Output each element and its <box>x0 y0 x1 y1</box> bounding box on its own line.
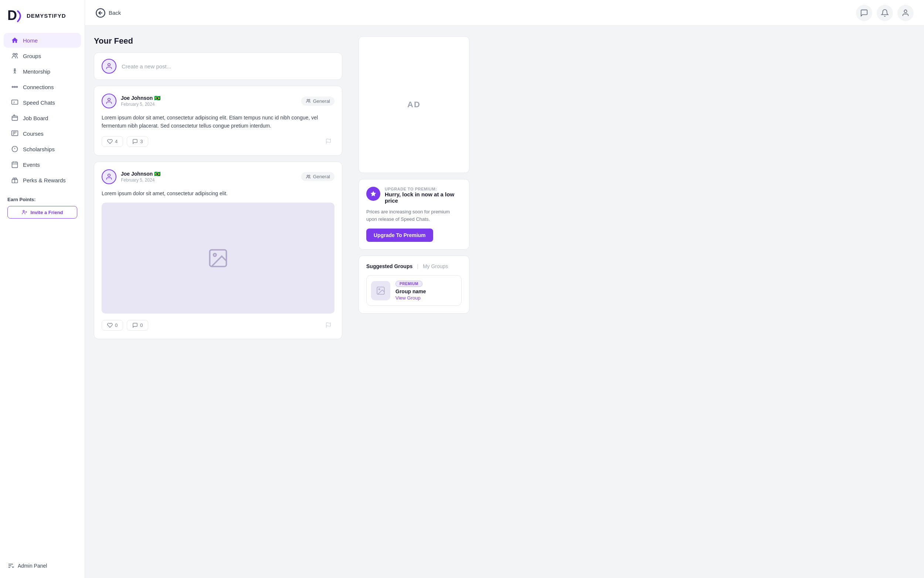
topbar: Back <box>85 0 924 26</box>
perks-icon <box>11 176 18 184</box>
nav-job-board[interactable]: Job Board <box>4 110 81 125</box>
invite-friend-button[interactable]: Invite a Friend <box>7 206 77 219</box>
svg-point-45 <box>108 174 110 176</box>
create-post-input[interactable]: Create a new post... <box>94 52 342 80</box>
avatar-icon <box>105 97 113 105</box>
app-name: DEMYSTIFYD <box>27 13 66 19</box>
heart-icon <box>107 323 113 328</box>
group-name: Group name <box>395 289 457 294</box>
group-info: PREMIUM Group name View Group <box>395 280 457 301</box>
svg-point-31 <box>23 210 24 212</box>
logo-icon: D <box>7 7 24 24</box>
notifications-button[interactable] <box>877 5 893 21</box>
premium-header: UPGRADE TO PREMIUM: Hurry, lock in now a… <box>366 187 462 204</box>
post-group-badge: General <box>301 96 335 106</box>
comment-icon <box>132 139 138 144</box>
group-thumbnail <box>371 281 390 300</box>
avatar-icon <box>105 173 113 180</box>
profile-button[interactable] <box>897 5 914 21</box>
events-icon <box>11 161 18 168</box>
view-group-link[interactable]: View Group <box>395 295 421 300</box>
upgrade-to-premium-button[interactable]: Upgrade To Premium <box>366 229 433 242</box>
image-placeholder-icon <box>207 247 229 269</box>
nav-groups[interactable]: Groups <box>4 49 81 63</box>
heart-icon <box>107 139 113 144</box>
logo-area: D DEMYSTIFYD <box>0 7 85 32</box>
group-image-icon <box>376 286 385 295</box>
svg-point-9 <box>12 86 13 87</box>
author-flag: 🇧🇷 <box>154 171 160 177</box>
speed-chats-icon <box>11 99 18 106</box>
nav-connections[interactable]: Connections <box>4 80 81 94</box>
svg-point-1 <box>13 53 15 55</box>
post-author-details: Joe Johnson 🇧🇷 February 5, 2024 <box>121 171 160 183</box>
post-header: Joe Johnson 🇧🇷 February 5, 2024 General <box>102 169 335 184</box>
svg-point-2 <box>16 53 17 55</box>
topbar-icons <box>856 5 914 21</box>
group-item: PREMIUM Group name View Group <box>366 275 462 306</box>
nav-home[interactable]: Home <box>4 33 81 48</box>
like-button[interactable]: 0 <box>102 320 123 331</box>
post-author-info: Joe Johnson 🇧🇷 February 5, 2024 <box>102 94 160 108</box>
svg-point-10 <box>16 86 17 87</box>
back-arrow-icon <box>95 8 106 18</box>
earn-points-label: Earn Points: <box>7 197 77 202</box>
flag-icon <box>325 322 332 328</box>
admin-icon <box>7 562 14 569</box>
feed-column: Your Feed Create a new post... <box>85 26 351 578</box>
like-button[interactable]: 4 <box>102 136 123 147</box>
job-board-icon <box>11 114 18 122</box>
suggested-groups-tab[interactable]: Suggested Groups <box>366 263 413 269</box>
svg-point-3 <box>14 69 15 70</box>
nav-courses[interactable]: Courses <box>4 126 81 141</box>
post-group-badge: General <box>301 172 335 181</box>
my-groups-tab[interactable]: My Groups <box>423 263 448 269</box>
ad-box: AD <box>359 36 469 173</box>
nav-speed-chats[interactable]: Speed Chats <box>4 95 81 110</box>
courses-icon <box>11 130 18 137</box>
premium-upgrade-title: Hurry, lock in now at a low price <box>385 191 462 204</box>
right-column: AD UPGRADE TO PREMIUM: Hurry, lock in no… <box>351 26 477 578</box>
svg-point-43 <box>309 99 310 101</box>
post-card: Joe Johnson 🇧🇷 February 5, 2024 General … <box>94 162 342 339</box>
report-button[interactable] <box>322 319 335 331</box>
avatar-icon <box>105 62 113 70</box>
suggested-groups-header: Suggested Groups | My Groups <box>366 263 462 269</box>
svg-point-42 <box>307 99 308 101</box>
author-flag: 🇧🇷 <box>154 95 160 101</box>
nav-scholarships[interactable]: Scholarships <box>4 142 81 156</box>
post-actions: 4 3 <box>102 135 335 148</box>
nav-events[interactable]: Events <box>4 157 81 172</box>
post-date: February 5, 2024 <box>121 177 160 183</box>
post-author-details: Joe Johnson 🇧🇷 February 5, 2024 <box>121 95 160 107</box>
svg-line-8 <box>15 72 16 74</box>
svg-point-47 <box>309 175 310 176</box>
mentorship-icon <box>11 68 18 75</box>
svg-point-40 <box>108 63 110 66</box>
post-actions-left: 0 0 <box>102 320 148 331</box>
post-body: Lorem ipsum dolor sit amet, consectetur … <box>102 189 335 198</box>
premium-upgrade-label: UPGRADE TO PREMIUM: <box>385 187 462 191</box>
premium-text: UPGRADE TO PREMIUM: Hurry, lock in now a… <box>385 187 462 204</box>
comment-button[interactable]: 0 <box>127 320 148 331</box>
bell-icon <box>881 9 889 17</box>
svg-point-52 <box>379 289 380 289</box>
messages-button[interactable] <box>856 5 872 21</box>
post-header: Joe Johnson 🇧🇷 February 5, 2024 General <box>102 94 335 108</box>
post-card: Joe Johnson 🇧🇷 February 5, 2024 General … <box>94 86 342 156</box>
svg-point-46 <box>307 175 308 176</box>
comment-button[interactable]: 3 <box>127 136 148 147</box>
admin-panel[interactable]: Admin Panel <box>0 562 85 569</box>
nav-mentorship[interactable]: Mentorship <box>4 64 81 79</box>
post-author-info: Joe Johnson 🇧🇷 February 5, 2024 <box>102 169 160 184</box>
post-author-avatar <box>102 94 117 108</box>
post-actions-left: 4 3 <box>102 136 148 147</box>
svg-rect-26 <box>12 162 18 167</box>
back-button[interactable]: Back <box>95 8 121 18</box>
svg-point-39 <box>904 10 907 12</box>
comment-icon <box>132 323 138 328</box>
nav-perks-rewards[interactable]: Perks & Rewards <box>4 173 81 187</box>
report-button[interactable] <box>322 135 335 148</box>
scholarships-icon <box>11 145 18 153</box>
content-area: Your Feed Create a new post... <box>85 26 924 578</box>
